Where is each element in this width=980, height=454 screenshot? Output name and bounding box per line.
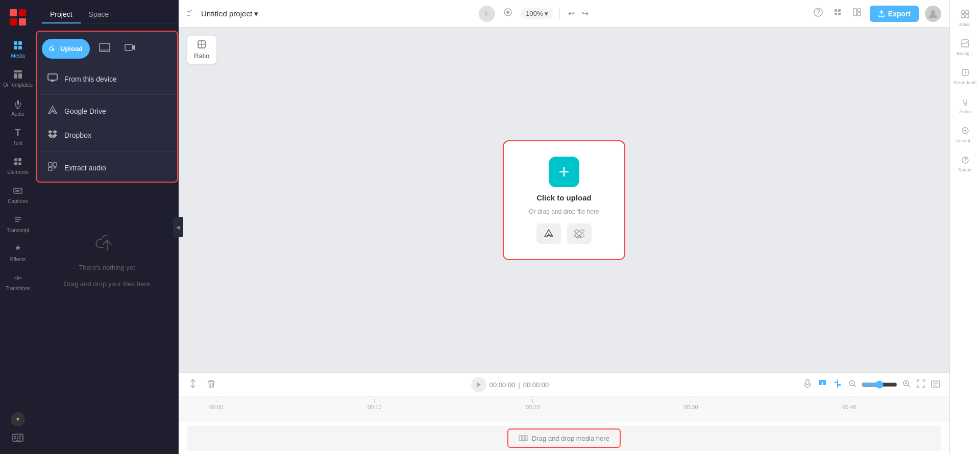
timeline-ruler: 00:00 00:10 00:20 00:30 00:40 <box>179 397 949 422</box>
zoom-in-timeline-btn[interactable] <box>901 379 912 391</box>
timeline-right-controls <box>802 378 941 392</box>
svg-rect-46 <box>857 13 861 16</box>
right-panel-smart-label: Smart tools <box>953 80 977 85</box>
svg-rect-4 <box>14 70 22 72</box>
right-panel-smart[interactable]: Smart tools <box>950 64 980 89</box>
ratio-button[interactable]: Ratio <box>187 36 216 64</box>
svg-line-62 <box>854 385 855 387</box>
zoom-value: 100% <box>526 10 543 17</box>
topbar-divider <box>559 8 560 20</box>
timeline-current-time: 00:00:00 <box>489 381 516 389</box>
project-name[interactable]: Untitled project ▾ <box>201 9 258 18</box>
sidebar-item-transitions[interactable]: Transitions <box>0 267 36 296</box>
sidebar-item-label-templates: Oi Templates <box>3 82 33 88</box>
settings-icon-btn[interactable] <box>831 6 844 21</box>
dropbox-icon <box>47 129 58 141</box>
sidebar-collapse-btn[interactable]: ▾ <box>11 412 25 426</box>
media-drop-zone[interactable]: Drag and drop media here <box>187 425 941 451</box>
upload-plus-button[interactable]: + <box>549 157 579 187</box>
record-btn[interactable] <box>501 6 514 21</box>
zoom-chevron-icon: ▾ <box>545 10 548 17</box>
sidebar-item-audio[interactable]: Audio <box>0 93 36 122</box>
zoom-out-timeline-btn[interactable] <box>847 379 857 391</box>
sidebar-item-effects[interactable]: Effects <box>0 238 36 267</box>
empty-state-title: There's nothing yet <box>79 263 135 273</box>
timeline-zoom-slider <box>862 381 897 389</box>
layout-icon-btn[interactable] <box>850 6 864 21</box>
svg-point-37 <box>506 11 509 14</box>
keyboard-shortcut-icon[interactable] <box>11 431 25 445</box>
fullscreen-timeline-btn[interactable] <box>916 379 926 391</box>
zoom-range-input[interactable] <box>862 381 897 389</box>
panel-collapse-handle[interactable]: ◀ <box>173 217 183 237</box>
caption-timeline-btn[interactable] <box>930 379 941 391</box>
user-avatar[interactable] <box>925 6 941 22</box>
sidebar-item-elements[interactable]: Elements <box>0 151 36 180</box>
svg-rect-74 <box>966 11 969 14</box>
right-panel-basic[interactable]: Basic <box>950 6 980 31</box>
svg-rect-58 <box>835 382 837 383</box>
monitor-icon <box>47 73 58 84</box>
timeline-play-btn[interactable] <box>471 377 486 392</box>
upload-dropbox-btn[interactable] <box>567 223 592 244</box>
ratio-icon <box>197 40 206 51</box>
redo-btn[interactable]: ↪ <box>580 7 591 20</box>
extract-audio-icon <box>47 162 58 173</box>
google-drive-icon <box>47 105 58 117</box>
svg-rect-42 <box>835 13 837 15</box>
upload-card-title: Click to upload <box>536 193 592 202</box>
preview-play-btn[interactable] <box>479 6 495 22</box>
sidebar-item-label-effects: Effects <box>10 257 26 262</box>
effects-icon <box>12 243 23 255</box>
undo-btn[interactable]: ↩ <box>566 7 577 20</box>
topbar-right: Export <box>812 6 941 22</box>
dropdown-item-extract-audio[interactable]: Extract audio <box>37 156 177 180</box>
svg-rect-30 <box>48 74 57 80</box>
right-panel-animate[interactable]: Animat... <box>950 122 980 147</box>
svg-rect-22 <box>19 436 21 437</box>
svg-rect-25 <box>19 438 21 439</box>
export-button[interactable]: Export <box>870 6 919 22</box>
microphone-btn[interactable] <box>802 378 813 392</box>
zoom-control[interactable]: 100% ▾ <box>521 8 553 19</box>
sidebar-item-captions[interactable]: Captions <box>0 180 36 209</box>
sidebar-item-media[interactable]: Media <box>0 35 36 64</box>
right-panel-speed[interactable]: Speed <box>950 152 980 176</box>
svg-rect-34 <box>53 163 57 166</box>
sidebar-item-text[interactable]: T Text <box>0 122 36 151</box>
magnet-btn[interactable] <box>817 378 828 392</box>
sidebar-item-label-media: Media <box>11 53 24 59</box>
align-btn[interactable] <box>832 378 843 392</box>
upload-tablet-btn[interactable] <box>94 39 115 59</box>
sidebar-item-transcript[interactable]: Transcript <box>0 209 36 238</box>
tab-project[interactable]: Project <box>42 6 81 23</box>
ruler-mark-3: 00:30 <box>684 399 698 410</box>
timeline-time-separator: | <box>518 381 520 389</box>
dropdown-item-from-device[interactable]: From this device <box>37 67 177 90</box>
help-icon-btn[interactable] <box>812 6 825 21</box>
svg-rect-5 <box>14 73 17 79</box>
right-panel-background-label: Backg... <box>957 51 973 56</box>
tab-space[interactable]: Space <box>81 6 117 23</box>
ruler-mark-4: 00:40 <box>842 399 856 410</box>
dropdown-item-dropbox[interactable]: Dropbox <box>37 123 177 147</box>
upload-video-btn[interactable] <box>119 39 141 59</box>
split-btn[interactable] <box>187 377 199 392</box>
sidebar-item-templates[interactable]: Oi Templates <box>0 64 36 93</box>
drop-zone-inner: Drag and drop media here <box>507 428 621 448</box>
right-panel-background[interactable]: Backg... <box>950 35 980 60</box>
right-panel-audio[interactable]: Audio <box>950 93 980 118</box>
upload-gdrive-btn[interactable] <box>536 223 561 244</box>
audio-icon <box>12 98 23 109</box>
svg-rect-75 <box>962 15 965 18</box>
app-logo <box>9 8 27 27</box>
svg-rect-45 <box>857 9 861 12</box>
sidebar-item-label-elements: Elements <box>7 169 29 175</box>
text-icon: T <box>12 127 23 138</box>
dropdown-item-google-drive[interactable]: Google Drive <box>37 99 177 123</box>
topbar-left: Untitled project ▾ <box>187 9 258 19</box>
delete-btn[interactable] <box>205 377 217 392</box>
right-panel-audio-label: Audio <box>959 109 971 114</box>
upload-button[interactable]: Upload <box>42 39 90 59</box>
ruler-marks: 00:00 00:10 00:20 00:30 00:40 <box>179 399 949 414</box>
